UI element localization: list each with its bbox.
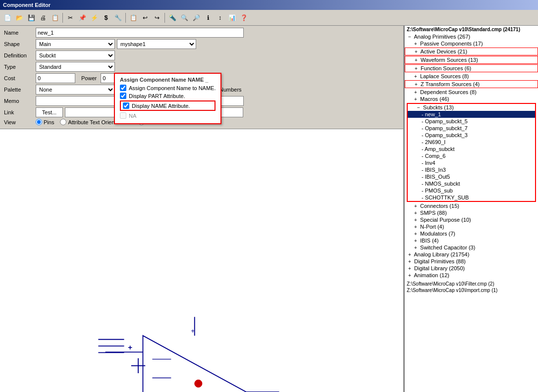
type-row: Type Standard: [4, 62, 399, 72]
expander-smps: +: [413, 210, 419, 216]
tree-active-devices[interactable]: + Active Devices (21): [405, 48, 538, 55]
tree-n-port[interactable]: + N-Port (4): [405, 223, 538, 230]
tree-passive-components[interactable]: + Passive Components (17): [405, 40, 538, 47]
popup-check-3[interactable]: [123, 102, 129, 109]
expander-modulators: +: [413, 231, 419, 237]
left-panel: Name Shape Main myshape1 Definition Subc…: [0, 26, 404, 392]
tree-function-sources[interactable]: + Function Sources (6): [405, 64, 538, 72]
expander-nport: +: [413, 224, 419, 230]
tree-opamp7[interactable]: - Opamp_subckt_7: [408, 125, 535, 132]
tree-digital-primitives[interactable]: + Digital Primitives (88): [405, 258, 538, 265]
toolbar-gear[interactable]: 🔧: [112, 12, 123, 23]
expander-subckts: −: [416, 105, 422, 110]
toolbar-clipboard[interactable]: 📋: [128, 12, 139, 23]
tree-waveform-sources[interactable]: + Waveform Sources (13): [405, 56, 538, 64]
popup-item-4: NA: [120, 112, 215, 119]
toolbar-cut[interactable]: ✂: [65, 12, 76, 23]
definition-select[interactable]: Subckt: [36, 50, 115, 60]
canvas-area[interactable]: + −: [0, 129, 403, 392]
right-panel[interactable]: Z:\Software\MicroCap v10\Standard.cmp (2…: [404, 26, 538, 392]
shape-select-2[interactable]: myshape1: [117, 39, 196, 49]
toolbar-sort[interactable]: ↕: [215, 12, 225, 23]
tree-import-path[interactable]: Z:\Software\MicroCap v10\Import.cmp (1): [405, 287, 538, 294]
toolbar-table[interactable]: 📊: [226, 12, 237, 23]
toolbar-copy2[interactable]: 📋: [50, 12, 60, 23]
tree-modulators[interactable]: + Modulators (7): [405, 230, 538, 237]
popup-check-1[interactable]: [120, 85, 126, 91]
expander-dependent: +: [413, 90, 419, 95]
tree-filter-path[interactable]: Z:\Software\MicroCap v10\Filter.cmp (2): [405, 281, 538, 287]
shape-select-1[interactable]: Main: [36, 39, 115, 49]
toolbar-light[interactable]: 🔦: [167, 12, 178, 23]
test-button[interactable]: Test...: [36, 107, 63, 117]
definition-row: Definition Subckt: [4, 50, 399, 60]
tree-z-transform-sources[interactable]: + Z Transform Sources (4): [405, 80, 538, 88]
toolbar-bolt[interactable]: ⚡: [89, 12, 100, 23]
tree-special-purpose[interactable]: + Special Purpose (10): [405, 216, 538, 223]
tree-opamp3[interactable]: - Opamp_subckt_3: [408, 132, 535, 139]
tree-subckts[interactable]: − Subckts (13): [408, 104, 535, 111]
toolbar-print[interactable]: 🖨: [38, 12, 49, 23]
toolbar-zoom-out[interactable]: 🔎: [191, 12, 202, 23]
view-attr1-radio[interactable]: [60, 119, 66, 125]
main-content: Name Shape Main myshape1 Definition Subc…: [0, 26, 538, 392]
cost-input[interactable]: [36, 73, 75, 83]
tree-ibis[interactable]: + IBIS (4): [405, 237, 538, 244]
type-select[interactable]: Standard: [36, 62, 115, 72]
popup-check-2[interactable]: [120, 93, 126, 99]
toolbar-save[interactable]: 💾: [26, 12, 37, 23]
toolbar-pin[interactable]: 📌: [77, 12, 88, 23]
tree-inv4[interactable]: - Inv4: [408, 159, 535, 166]
popup-item-3: Display NAME Attribute.: [120, 100, 215, 111]
tree-comp6[interactable]: - Comp_6: [408, 152, 535, 159]
toolbar-undo[interactable]: ↩: [140, 12, 151, 23]
toolbar-new[interactable]: 📄: [2, 12, 13, 23]
tree-laplace-sources[interactable]: + Laplace Sources (8): [405, 73, 538, 80]
expander-animation: +: [407, 273, 413, 278]
tree-dependent-sources[interactable]: + Dependent Sources (8): [405, 89, 538, 96]
popup-title: Assign Component Name NAME _: [120, 77, 215, 83]
tree-opamp5[interactable]: - Opamp_subckt_5: [408, 118, 535, 125]
toolbar-help[interactable]: ❓: [238, 12, 249, 23]
toolbar-redo[interactable]: ↪: [152, 12, 162, 23]
tree-macros[interactable]: + Macros (46): [405, 96, 538, 102]
toolbar-open[interactable]: 📂: [14, 12, 25, 23]
tree-analog-library[interactable]: + Analog Library (21754): [405, 251, 538, 258]
link-label: Link: [4, 109, 34, 115]
shape-row: Shape Main myshape1: [4, 39, 399, 49]
tree-switched-cap[interactable]: + Switched Capacitor (3): [405, 244, 538, 251]
tree-ibis-in3[interactable]: - IBIS_In3: [408, 166, 535, 173]
tree-digital-library[interactable]: + Digital Library (2050): [405, 265, 538, 272]
cost-label: Cost: [4, 75, 34, 81]
tree-animation[interactable]: + Animation (12): [405, 272, 538, 279]
expander-macros: +: [413, 97, 419, 102]
tree-schottky[interactable]: - SCHOTTKY_SUB: [408, 194, 535, 201]
popup-item-1: Assign Component Name to NAME.: [120, 85, 215, 91]
view-pins-radio[interactable]: [36, 119, 42, 125]
tree-connectors[interactable]: + Connectors (15): [405, 202, 538, 209]
name-input[interactable]: [36, 28, 244, 38]
title-bar: Component Editor: [0, 0, 538, 10]
tree-2n690[interactable]: - 2N690_I: [408, 139, 535, 146]
toolbar-zoom-in[interactable]: 🔍: [179, 12, 190, 23]
name-label: Name: [4, 30, 34, 36]
palette-select[interactable]: None: [36, 85, 115, 95]
tree-ibis-out5[interactable]: - IBIS_Out5: [408, 173, 535, 180]
tree-analog-primitives[interactable]: − Analog Primitives (267): [405, 33, 538, 40]
tree-amp-subckt[interactable]: - Amp_subckt: [408, 146, 535, 152]
expander-waveform: +: [413, 57, 419, 63]
toolbar-dollar[interactable]: $: [101, 12, 111, 23]
title-bar-label: Component Editor: [3, 2, 51, 8]
view-label: View: [4, 119, 34, 125]
tree-smps[interactable]: + SMPS (88): [405, 209, 538, 216]
tree-new-1[interactable]: - new_1: [408, 111, 535, 118]
tree-pmos[interactable]: - PMOS_sub: [408, 187, 535, 194]
plus-sign: +: [128, 343, 132, 351]
toolbar-info[interactable]: ℹ: [203, 12, 214, 23]
view-pins-label: Pins: [36, 119, 54, 125]
expander-active: +: [413, 49, 419, 54]
tree-nmos[interactable]: - NMOS_subckt: [408, 180, 535, 187]
tree-root-path-1[interactable]: Z:\Software\MicroCap v10\Standard.cmp (2…: [405, 26, 538, 33]
expander-connectors: +: [413, 203, 419, 209]
expander-analog-lib: +: [407, 252, 413, 257]
